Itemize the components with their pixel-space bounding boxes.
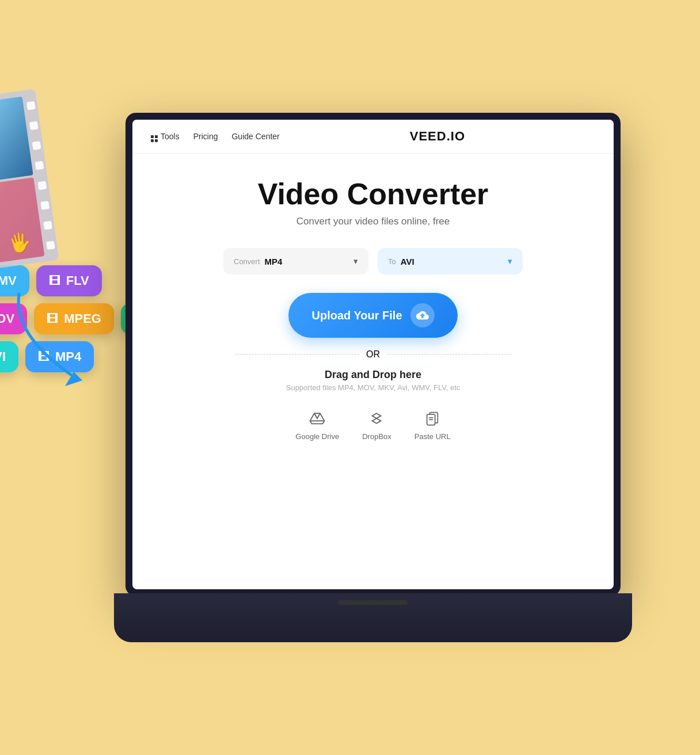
drag-drop-title: Drag and Drop here [286,369,461,381]
convert-to-select[interactable]: To AVI ▾ [378,248,523,274]
nav-guide-label: Guide Center [231,132,279,141]
or-text: OR [366,349,380,360]
upload-button-label: Upload Your File [311,309,402,322]
laptop-bezel: Tools Pricing Guide Center VEED.IO Video… [125,113,621,596]
nav-pricing-link[interactable]: Pricing [193,132,218,141]
converter-controls: Convert MP4 ▾ To AVI ▾ [223,248,523,274]
convert-to-value: AVI [401,257,414,266]
laptop-base [114,593,632,642]
nav-guide-link[interactable]: Guide Center [231,132,279,141]
convert-to-label: To [388,257,396,266]
convert-from-select[interactable]: Convert MP4 ▾ [223,248,368,274]
dropbox-label: DropBox [362,432,391,441]
google-drive-option[interactable]: Google Drive [295,408,339,441]
page-subtitle: Convert your video files online, free [296,216,450,227]
filmstrip-decoration: 🖐 [0,89,59,280]
page-container: 🖐 🎞 WMV 🎞 FLV 🎞 MOV [48,47,652,708]
hand-cursor-icon: 🖐 [6,230,32,255]
upload-file-button[interactable]: Upload Your File [288,293,457,338]
google-drive-icon [307,408,328,429]
nav-tools-link[interactable]: Tools [151,131,180,142]
paste-url-option[interactable]: Paste URL [414,408,451,441]
convert-from-value: MP4 [265,257,283,266]
laptop-screen: Tools Pricing Guide Center VEED.IO Video… [132,120,614,589]
tools-grid-icon [151,131,158,142]
nav-links: Tools Pricing Guide Center [151,131,280,142]
paste-url-label: Paste URL [414,432,451,441]
laptop-device: Tools Pricing Guide Center VEED.IO Video… [125,113,621,642]
brand-logo: VEED.IO [410,129,465,144]
main-content: Video Converter Convert your video files… [132,154,614,589]
upload-cloud-icon [410,303,435,327]
source-options: Google Drive DropBox [295,408,450,441]
nav-tools-label: Tools [161,132,180,141]
chevron-down-icon-to: ▾ [508,256,512,266]
dropbox-option[interactable]: DropBox [362,408,391,441]
drag-drop-area[interactable]: Drag and Drop here Supported files MP4, … [286,369,461,392]
page-title: Video Converter [258,177,489,211]
badge-label-wmv: WMV [0,273,17,288]
film-icon-flv: 🎞 [49,274,60,288]
chevron-down-icon-from: ▾ [353,256,358,266]
nav-pricing-label: Pricing [193,132,218,141]
google-drive-label: Google Drive [295,432,339,441]
drag-drop-subtitle: Supported files MP4, MOV, MKV, Avi, WMV,… [286,383,461,392]
convert-from-label: Convert [234,257,260,266]
or-divider: OR [235,349,511,360]
navbar: Tools Pricing Guide Center VEED.IO [132,120,614,154]
dropbox-icon [366,408,387,429]
paste-url-icon [422,408,443,429]
badge-label-flv: FLV [66,273,89,288]
arrow-decoration [2,288,117,392]
